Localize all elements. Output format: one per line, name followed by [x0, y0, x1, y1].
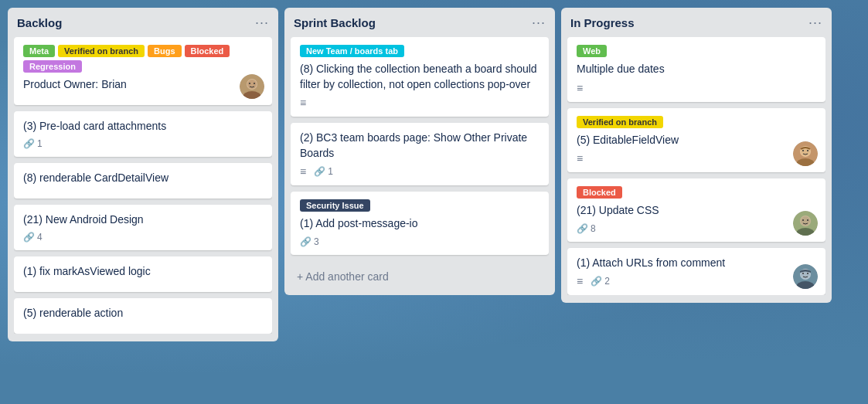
- card[interactable]: MetaVerified on branchBugsBlockedRegress…: [14, 37, 272, 105]
- card-meta: 🔗4: [23, 232, 263, 243]
- card-title: (1) fix markAsViewed logic: [23, 264, 263, 280]
- card-meta: 🔗8: [577, 223, 816, 234]
- paperclip-icon: 🔗: [577, 223, 588, 234]
- paperclip-icon: 🔗: [591, 276, 602, 287]
- card-label: Blocked: [185, 45, 230, 57]
- attach-count: 2: [604, 276, 610, 287]
- card[interactable]: Verified on branch(5) EditableFieldView≡: [567, 108, 825, 173]
- card-meta: ≡🔗2: [577, 275, 816, 287]
- column-in-progress: In Progress···WebMultiple due dates≡Veri…: [561, 8, 832, 303]
- description-icon: ≡: [577, 275, 583, 287]
- card-label: Meta: [23, 45, 55, 57]
- column-header: In Progress···: [567, 15, 825, 29]
- board: Backlog···MetaVerified on branchBugsBloc…: [8, 8, 860, 396]
- description-icon: ≡: [300, 165, 306, 178]
- svg-point-10: [802, 150, 804, 151]
- column-title: Backlog: [17, 16, 62, 29]
- description-icon: ≡: [577, 275, 583, 287]
- column-menu-button[interactable]: ···: [808, 15, 822, 29]
- svg-point-4: [249, 83, 250, 84]
- card-labels: New Team / boards tab: [300, 45, 540, 57]
- cards-container: New Team / boards tab(8) Clicking the co…: [291, 37, 549, 287]
- column-header: Backlog···: [14, 15, 272, 29]
- card[interactable]: New Team / boards tab(8) Clicking the co…: [291, 37, 549, 117]
- column-menu-button[interactable]: ···: [255, 15, 269, 29]
- svg-point-16: [802, 219, 804, 221]
- card-title: (21) New Android Design: [23, 212, 263, 228]
- column-backlog: Backlog···MetaVerified on branchBugsBloc…: [8, 8, 278, 341]
- column-header: Sprint Backlog···: [291, 15, 549, 29]
- card-meta: 🔗1: [23, 138, 263, 149]
- card-title: (5) renderable action: [23, 306, 263, 321]
- card-title: (5) EditableFieldView: [577, 133, 816, 148]
- card-label: Verified on branch: [577, 116, 663, 128]
- card-label: Web: [577, 45, 607, 57]
- card-meta: ≡🔗1: [300, 165, 540, 178]
- card-meta: ≡: [300, 97, 540, 109]
- card-label: Bugs: [148, 45, 182, 57]
- column-menu-button[interactable]: ···: [532, 15, 546, 29]
- card-meta: ≡: [577, 82, 816, 94]
- card[interactable]: WebMultiple due dates≡: [567, 37, 825, 102]
- description-icon: ≡: [577, 82, 583, 94]
- svg-point-11: [807, 150, 808, 151]
- avatar: [793, 141, 818, 166]
- svg-point-17: [807, 219, 808, 221]
- paperclip-icon: 🔗: [23, 138, 35, 149]
- card-labels: Web: [577, 45, 816, 57]
- attach-count: 1: [328, 166, 333, 177]
- card[interactable]: (1) Attach URLs from comment≡🔗2: [567, 248, 825, 296]
- attachment-count: 🔗8: [577, 223, 596, 234]
- attachment-count: 🔗1: [314, 166, 333, 177]
- card-label: Security Issue: [300, 199, 370, 212]
- column-title: In Progress: [570, 16, 635, 29]
- card-title: (21) Update CSS: [577, 203, 816, 219]
- description-icon: ≡: [300, 165, 306, 178]
- attach-count: 1: [37, 138, 43, 149]
- description-icon: ≡: [577, 82, 583, 94]
- card[interactable]: (1) fix markAsViewed logic: [14, 256, 272, 292]
- card-label: Regression: [23, 60, 82, 73]
- description-icon: ≡: [577, 152, 583, 165]
- description-icon: ≡: [300, 97, 306, 109]
- paperclip-icon: 🔗: [300, 236, 311, 247]
- paperclip-icon: 🔗: [23, 232, 35, 243]
- card[interactable]: (5) renderable action: [14, 298, 272, 334]
- avatar: [240, 74, 264, 99]
- add-card-button[interactable]: + Add another card: [291, 266, 549, 287]
- card-label: Verified on branch: [58, 45, 145, 57]
- attachment-count: 🔗3: [300, 236, 319, 247]
- cards-container: MetaVerified on branchBugsBlockedRegress…: [14, 37, 272, 334]
- attachment-count: 🔗4: [23, 232, 43, 243]
- card[interactable]: Blocked(21) Update CSS🔗8: [567, 178, 825, 242]
- card[interactable]: (21) New Android Design🔗4: [14, 205, 272, 251]
- card-title: (3) Pre-load card attachments: [23, 119, 263, 134]
- card[interactable]: (3) Pre-load card attachments🔗1: [14, 111, 272, 158]
- card-title: (1) Attach URLs from comment: [577, 256, 816, 271]
- card-meta: ≡: [577, 152, 816, 165]
- card-title: Multiple due dates: [577, 62, 816, 77]
- card-labels: Verified on branch: [577, 116, 816, 128]
- card-labels: MetaVerified on branchBugsBlockedRegress…: [23, 45, 263, 73]
- attach-count: 4: [37, 232, 43, 243]
- card-label: Blocked: [577, 186, 622, 199]
- card[interactable]: Security Issue(1) Add post-message-io🔗3: [291, 192, 549, 255]
- card-meta: 🔗3: [300, 236, 540, 247]
- column-sprint-backlog: Sprint Backlog···New Team / boards tab(8…: [284, 8, 555, 295]
- card-labels: Blocked: [577, 186, 816, 199]
- svg-point-23: [807, 273, 808, 274]
- card-title: (8) renderable CardDetailView: [23, 171, 263, 186]
- card-title: (1) Add post-message-io: [300, 216, 540, 232]
- description-icon: ≡: [577, 152, 583, 165]
- cards-container: WebMultiple due dates≡Verified on branch…: [567, 37, 825, 295]
- card-labels: Security Issue: [300, 199, 540, 212]
- card-title: Product Owner: Brian: [23, 77, 263, 93]
- card-label: New Team / boards tab: [300, 45, 404, 57]
- card[interactable]: (8) renderable CardDetailView: [14, 163, 272, 199]
- card[interactable]: (2) BC3 team boards page: Show Other Pri…: [291, 123, 549, 185]
- attach-count: 3: [314, 236, 319, 247]
- svg-point-5: [254, 83, 255, 84]
- card-title: (8) Clicking the collection beneath a bo…: [300, 62, 540, 92]
- svg-point-22: [802, 273, 804, 274]
- attachment-count: 🔗2: [591, 276, 610, 287]
